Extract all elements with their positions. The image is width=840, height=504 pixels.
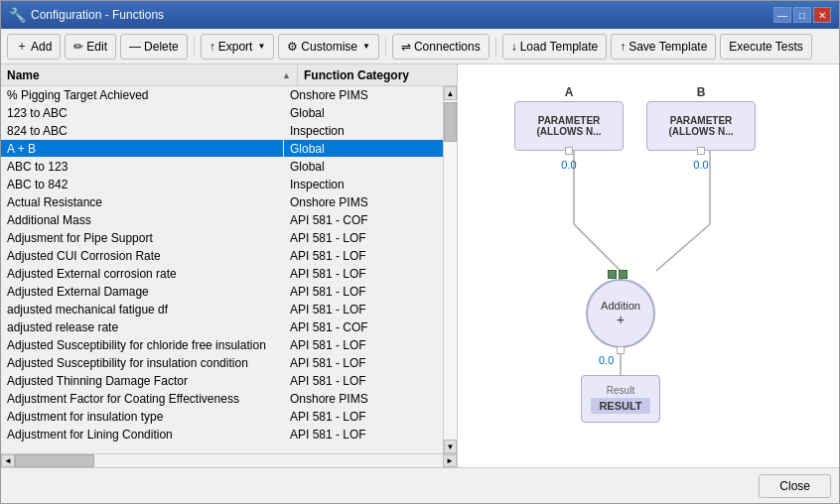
table-row[interactable]: Actual Resistance Onshore PIMS [1,193,443,211]
table-header: Name ▲ Function Category [1,64,457,86]
cell-category: API 581 - LOF [284,426,443,442]
table-row[interactable]: Adjustment for Lining Condition API 581 … [1,426,443,443]
customise-icon: ⚙ [287,40,298,54]
separator-1 [194,37,195,57]
minimize-button[interactable]: — [773,7,791,23]
app-icon: 🔧 [9,7,25,23]
table-row[interactable]: % Pigging Target Achieved Onshore PIMS [1,86,443,104]
table-row[interactable]: Adjusted CUI Corrosion Rate API 581 - LO… [1,247,443,265]
cell-name: Adjusment for Pipe Support [1,229,284,246]
table-row[interactable]: ABC to 123 Global [1,158,443,176]
addition-input-dot-2 [619,270,628,279]
vertical-scrollbar[interactable]: ▲ ▼ [443,86,457,453]
addition-label: Addition [601,300,640,312]
cell-name: ABC to 123 [1,158,284,175]
table-row[interactable]: Adjusment for Pipe Support API 581 - LOF [1,229,443,247]
table-row[interactable]: Adjusted Susceptibility for chloride fre… [1,336,443,354]
cell-name: Adjusted External Damage [1,283,284,300]
cell-category: API 581 - LOF [284,408,443,425]
cell-name: Adjusted Thinning Damage Factor [1,372,284,389]
node-b-value: 0.0 [646,159,756,171]
delete-button[interactable]: — Delete [120,34,188,60]
title-bar-left: 🔧 Configuration - Functions [9,7,164,23]
close-button[interactable]: Close [759,474,831,498]
execute-tests-button[interactable]: Execute Tests [720,34,811,60]
scroll-up-button[interactable]: ▲ [444,86,457,100]
node-a-label-container: A PARAMETER (ALLOWS N... 0.0 [514,85,624,171]
load-template-button[interactable]: ↓ Load Template [502,34,608,60]
cell-category: Inspection [284,176,443,192]
result-label: Result [607,385,634,396]
table-row[interactable]: adjusted release rate API 581 - COF [1,318,443,336]
right-panel: A PARAMETER (ALLOWS N... 0.0 B PARAMETER… [458,64,839,467]
cell-name: Adjustment Factor for Coating Effectiven… [1,390,284,407]
node-b-label-container: B PARAMETER (ALLOWS N... 0.0 [646,85,756,171]
connections-button[interactable]: ⇌ Connections [392,34,490,60]
save-template-button[interactable]: ↑ Save Template [611,34,716,60]
export-button[interactable]: ↑ Export ▼ [201,34,275,60]
main-area: Name ▲ Function Category % Pigging Targe… [1,64,839,467]
table-row[interactable]: Additional Mass API 581 - COF [1,211,443,229]
cell-category: Global [284,140,443,157]
cell-category: API 581 - LOF [284,372,443,389]
cell-name: Adjustment for Lining Condition [1,426,284,442]
window-close-button[interactable]: ✕ [813,7,831,23]
table-row[interactable]: Adjusted External Damage API 581 - LOF [1,283,443,301]
cell-name: adjusted release rate [1,318,284,335]
cell-category: Onshore PIMS [284,193,443,210]
addition-symbol: + [617,312,625,327]
cell-name: A + B [1,140,284,157]
svg-line-1 [574,224,621,271]
table-body[interactable]: % Pigging Target Achieved Onshore PIMS 1… [1,86,457,453]
left-panel: Name ▲ Function Category % Pigging Targe… [1,64,458,467]
table-row[interactable]: ABC to 842 Inspection [1,176,443,193]
node-b[interactable]: PARAMETER (ALLOWS N... [646,101,756,151]
col-name-header: Name ▲ [1,64,298,85]
add-button[interactable]: ＋ Add [7,34,61,60]
title-bar: 🔧 Configuration - Functions — □ ✕ [1,1,839,29]
table-row[interactable]: Adjusted Thinning Damage Factor API 581 … [1,372,443,390]
addition-inputs [608,270,628,279]
window-title: Configuration - Functions [31,8,164,22]
cell-category: Global [284,104,443,121]
cell-category: Inspection [284,122,443,139]
result-node[interactable]: Result RESULT [581,375,660,423]
delete-icon: — [129,40,141,54]
result-box: RESULT [591,398,649,414]
table-row[interactable]: 824 to ABC Inspection [1,122,443,140]
maximize-button[interactable]: □ [793,7,811,23]
title-controls: — □ ✕ [773,7,831,23]
table-row[interactable]: Adjustment for insulation type API 581 -… [1,408,443,426]
addition-node[interactable]: Addition + [586,279,655,348]
horizontal-scrollbar[interactable]: ◄ ► [1,453,457,467]
edit-icon: ✏ [73,40,83,54]
scroll-right-button[interactable]: ► [443,454,457,467]
table-row[interactable]: Adjustment Factor for Coating Effectiven… [1,390,443,408]
table-row[interactable]: 123 to ABC Global [1,104,443,122]
connections-icon: ⇌ [401,40,411,54]
cell-name: Actual Resistance [1,193,284,210]
node-a[interactable]: PARAMETER (ALLOWS N... [514,101,624,151]
customise-button[interactable]: ⚙ Customise ▼ [278,34,379,60]
scroll-left-button[interactable]: ◄ [1,454,15,467]
table-row[interactable]: A + B Global [1,140,443,158]
cell-category: Onshore PIMS [284,86,443,103]
main-window: 🔧 Configuration - Functions — □ ✕ ＋ Add … [0,0,840,504]
table-row[interactable]: Adjusted Susceptibility for insulation c… [1,354,443,372]
edit-button[interactable]: ✏ Edit [65,34,116,60]
scroll-thumb-h[interactable] [15,454,94,467]
cell-category: API 581 - COF [284,318,443,335]
scroll-down-button[interactable]: ▼ [444,440,457,453]
table-row[interactable]: Adjusted External corrosion rate API 581… [1,265,443,283]
diagram-canvas: A PARAMETER (ALLOWS N... 0.0 B PARAMETER… [490,77,807,454]
cell-name: Adjustment for insulation type [1,408,284,425]
cell-category: API 581 - COF [284,211,443,228]
scroll-thumb[interactable] [444,102,457,142]
separator-2 [385,37,386,57]
load-icon: ↓ [511,40,517,54]
cell-category: Onshore PIMS [284,390,443,407]
table-row[interactable]: adjusted mechanical fatigue df API 581 -… [1,301,443,318]
cell-category: API 581 - LOF [284,247,443,264]
customise-arrow-icon: ▼ [362,42,370,51]
bottom-bar: Close [1,467,839,503]
